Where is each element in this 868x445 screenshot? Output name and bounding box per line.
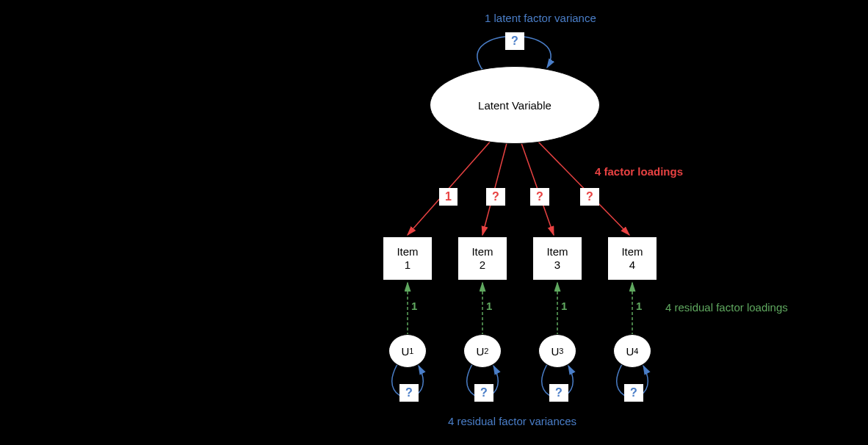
- residual-u3: U3: [538, 334, 576, 368]
- residual-loading-3-value: 1: [561, 300, 567, 312]
- latent-variable-node: Latent Variable: [430, 66, 600, 144]
- residual-loading-2-value: 1: [486, 300, 492, 312]
- residual-u4: U4: [613, 334, 651, 368]
- loading-3: ?: [530, 188, 549, 206]
- loading-2: ?: [486, 188, 505, 206]
- factor-loadings-label: 4 factor loadings: [595, 165, 683, 178]
- residual-u2: U2: [463, 334, 502, 368]
- latent-variance-label: 1 latent factor variance: [485, 12, 596, 24]
- item-4: Item4: [607, 236, 657, 281]
- residual-variance-q4: ?: [624, 384, 643, 402]
- residual-variance-q1: ?: [399, 384, 419, 402]
- svg-line-0: [408, 140, 492, 235]
- residual-variance-q3: ?: [549, 384, 568, 402]
- residual-variance-q2: ?: [474, 384, 493, 402]
- loading-1: 1: [439, 188, 457, 206]
- residual-loading-4-value: 1: [636, 300, 642, 312]
- latent-variable-text: Latent Variable: [478, 99, 551, 112]
- loading-4: ?: [580, 188, 599, 206]
- item-3: Item3: [532, 236, 582, 281]
- item-2: Item2: [457, 236, 507, 281]
- residual-variances-label: 4 residual factor variances: [448, 415, 576, 427]
- latent-variance-q: ?: [505, 32, 524, 50]
- svg-line-3: [536, 140, 629, 235]
- residual-loadings-label: 4 residual factor loadings: [665, 301, 788, 314]
- residual-loading-1-value: 1: [411, 300, 417, 312]
- item-1: Item1: [383, 236, 433, 281]
- residual-u1: U1: [388, 334, 427, 368]
